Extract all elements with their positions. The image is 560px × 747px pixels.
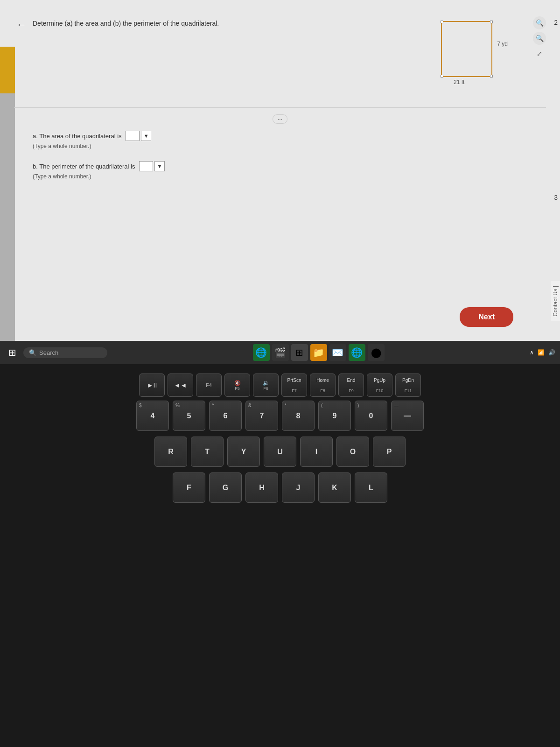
corner-tr xyxy=(490,21,493,23)
part-b-label: b. The perimeter of the quadrilateral is… xyxy=(33,161,165,171)
quadrilateral-diagram: 7 yd 21 ft xyxy=(441,21,492,77)
key-end[interactable]: EndF9 xyxy=(338,374,364,397)
next-button[interactable]: Next xyxy=(460,307,513,327)
divider-line xyxy=(14,107,546,108)
question-part-a: a. The area of the quadrilateral is ▼ (T… xyxy=(33,131,165,149)
key-pgdn[interactable]: PgDnF11 xyxy=(395,374,421,397)
part-b-unit-dropdown[interactable]: ▼ xyxy=(154,161,165,171)
taskbar-app-icons: 🌐 🎬 ⊞ 📁 ✉️ 🌐 ⬤ xyxy=(111,344,526,361)
fn-key-row: ►II ◄◄ F4 🔇F5 🔉F6 PrtScnF7 HomeF8 EndF9 … xyxy=(19,374,541,397)
key-r[interactable]: R xyxy=(154,437,187,467)
page-number-2: 2 xyxy=(554,19,558,26)
key-4[interactable]: $ 4 xyxy=(136,401,169,431)
taskbar-search-text: Search xyxy=(39,349,58,356)
part-a-input[interactable] xyxy=(126,131,140,141)
chrome-app-icon[interactable]: ⬤ xyxy=(368,344,385,361)
key-o[interactable]: O xyxy=(336,437,369,467)
keyboard: ►II ◄◄ F4 🔇F5 🔉F6 PrtScnF7 HomeF8 EndF9 … xyxy=(0,364,560,747)
question-part-b: b. The perimeter of the quadrilateral is… xyxy=(33,161,165,180)
key-t[interactable]: T xyxy=(191,437,224,467)
key-prtscn[interactable]: PrtScnF7 xyxy=(281,374,307,397)
key-mute[interactable]: 🔇F5 xyxy=(224,374,250,397)
key-6[interactable]: ^ 6 xyxy=(209,401,242,431)
zoom-out-icon[interactable]: 🔍 xyxy=(533,32,546,45)
page-number-3: 3 xyxy=(554,194,558,201)
key-u[interactable]: U xyxy=(264,437,296,467)
key-dash[interactable]: — — xyxy=(391,401,424,431)
key-g[interactable]: G xyxy=(209,472,242,503)
number-row: $ 4 % 5 ^ 6 & 7 * 8 ( 9 ) 0 — — xyxy=(19,401,541,431)
question-title: Determine (a) the area and (b) the perim… xyxy=(33,20,219,27)
part-b-input[interactable] xyxy=(139,161,153,171)
key-rewind[interactable]: ◄◄ xyxy=(168,374,193,397)
key-k[interactable]: K xyxy=(318,472,351,503)
part-a-input-group: ▼ xyxy=(126,131,151,141)
tray-up-arrow[interactable]: ∧ xyxy=(530,349,534,356)
diagram-container: 7 yd 21 ft xyxy=(434,16,499,93)
key-i[interactable]: I xyxy=(300,437,333,467)
part-a-unit-dropdown[interactable]: ▼ xyxy=(141,131,151,141)
key-y[interactable]: Y xyxy=(227,437,260,467)
key-9[interactable]: ( 9 xyxy=(318,401,351,431)
key-f4[interactable]: F4 xyxy=(196,374,222,397)
key-home[interactable]: HomeF8 xyxy=(310,374,336,397)
corner-bl xyxy=(441,75,443,78)
key-vol-down[interactable]: 🔉F6 xyxy=(253,374,279,397)
video-app-icon[interactable]: 🎬 xyxy=(272,344,289,361)
height-dimension: 21 ft xyxy=(454,79,464,85)
browser-window: ← Determine (a) the area and (b) the per… xyxy=(0,0,560,364)
taskbar-search-icon: 🔍 xyxy=(29,349,36,356)
key-h[interactable]: H xyxy=(245,472,278,503)
part-a-hint: (Type a whole number.) xyxy=(33,143,165,149)
taskbar-search[interactable]: 🔍 Search xyxy=(23,347,107,358)
key-play-pause[interactable]: ►II xyxy=(139,374,165,397)
grid-app-icon[interactable]: ⊞ xyxy=(291,344,308,361)
windows-icon: ⊞ xyxy=(8,347,16,358)
left-sidebar-gray xyxy=(0,93,15,364)
contact-us-link[interactable]: Contact Us | xyxy=(551,281,560,321)
ellipsis-button[interactable]: ··· xyxy=(273,114,287,124)
home-row: F G H J K L xyxy=(19,472,541,503)
corner-br xyxy=(490,75,493,78)
key-pgup[interactable]: PgUpF10 xyxy=(367,374,392,397)
taskbar: ⊞ 🔍 Search 🌐 🎬 ⊞ 📁 ✉️ 🌐 ⬤ ∧ 📶 🔊 xyxy=(0,341,560,364)
windows-start-button[interactable]: ⊞ xyxy=(5,345,20,360)
zoom-in-icon[interactable]: 🔍 xyxy=(533,16,546,29)
expand-icon[interactable]: ⤢ xyxy=(533,47,546,60)
key-0[interactable]: ) 0 xyxy=(355,401,387,431)
mail-app-icon[interactable]: ✉️ xyxy=(329,344,346,361)
question-parts: a. The area of the quadrilateral is ▼ (T… xyxy=(33,131,165,191)
width-dimension: 7 yd xyxy=(497,41,508,47)
back-button[interactable]: ← xyxy=(16,19,27,31)
key-f[interactable]: F xyxy=(173,472,205,503)
qwerty-row: R T Y U I O P xyxy=(19,437,541,467)
key-8[interactable]: * 8 xyxy=(282,401,315,431)
key-p[interactable]: P xyxy=(373,437,406,467)
browser-app-icon[interactable]: 🌐 xyxy=(349,344,365,361)
part-b-hint: (Type a whole number.) xyxy=(33,173,165,180)
wifi-icon: 📶 xyxy=(538,349,545,356)
key-7[interactable]: & 7 xyxy=(245,401,278,431)
toolbar-icons: 🔍 🔍 ⤢ xyxy=(533,16,546,60)
folder-app-icon[interactable]: 📁 xyxy=(310,344,327,361)
corner-tl xyxy=(441,21,443,23)
system-tray: ∧ 📶 🔊 xyxy=(530,349,555,356)
key-5[interactable]: % 5 xyxy=(173,401,205,431)
part-a-label: a. The area of the quadrilateral is ▼ xyxy=(33,131,165,141)
left-sidebar-yellow xyxy=(0,47,15,93)
globe-app-icon[interactable]: 🌐 xyxy=(253,344,270,361)
part-b-input-group: ▼ xyxy=(139,161,165,171)
key-j[interactable]: J xyxy=(282,472,315,503)
volume-icon: 🔊 xyxy=(548,349,555,356)
key-l[interactable]: L xyxy=(355,472,387,503)
